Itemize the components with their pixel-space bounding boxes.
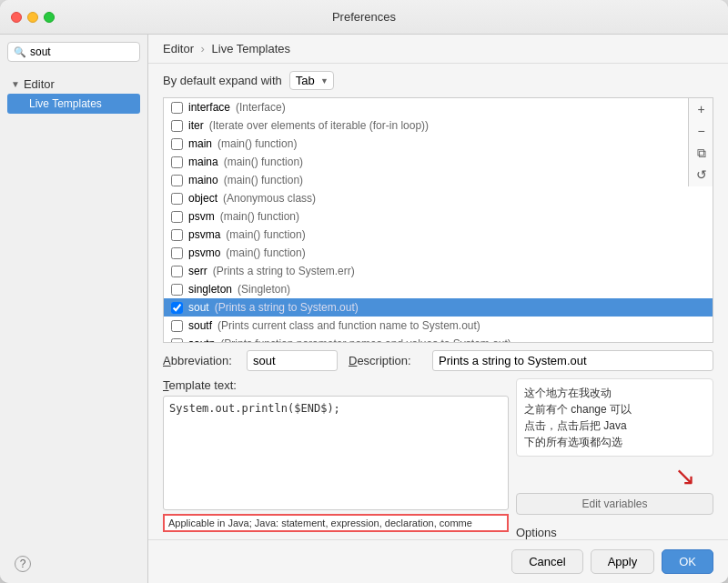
sidebar-tree: ▼ Editor Live Templates	[0, 69, 147, 583]
template-list-item[interactable]: psvm (main() function)	[164, 207, 713, 226]
template-description: (Singleton)	[238, 283, 290, 296]
template-name: soutp	[188, 337, 215, 343]
sidebar-group-header-editor[interactable]: ▼ Editor	[7, 75, 140, 94]
add-template-button[interactable]: +	[692, 99, 712, 119]
template-list-item[interactable]: maina (main() function)	[164, 153, 713, 171]
template-checkbox[interactable]	[171, 247, 183, 259]
template-checkbox[interactable]	[171, 229, 183, 241]
annotation-text: 这个地方在我改动之前有个 change 可以点击，点击后把 Java下的所有选项…	[524, 387, 632, 448]
template-list-item[interactable]: iter (Iterate over elements of iterable …	[164, 116, 713, 135]
template-name: singleton	[188, 283, 232, 296]
template-name: interface	[188, 101, 230, 114]
template-checkbox[interactable]	[171, 338, 183, 344]
template-list-item[interactable]: object (Anonymous class)	[164, 189, 713, 207]
cancel-button[interactable]: Cancel	[511, 549, 582, 574]
template-checkbox[interactable]	[171, 193, 183, 205]
template-list-item[interactable]: serr (Prints a string to System.err)	[164, 262, 713, 280]
template-list: interface (Interface)iter (Iterate over …	[164, 98, 713, 343]
ok-button[interactable]: OK	[662, 549, 713, 574]
breadcrumb-separator: ›	[201, 42, 205, 55]
options-title: Options	[516, 526, 713, 539]
template-checkbox[interactable]	[171, 266, 183, 277]
remove-template-button[interactable]: −	[692, 121, 712, 141]
template-checkbox[interactable]	[171, 175, 183, 186]
template-list-item[interactable]: sout (Prints a string to System.out)	[164, 298, 713, 317]
footer: Cancel Apply OK	[148, 539, 728, 583]
template-description: (main() function)	[224, 174, 303, 186]
template-name: main	[188, 137, 212, 150]
chevron-down-icon: ▼	[11, 79, 20, 89]
template-text-section: Template text: System.out.println($END$)…	[163, 378, 713, 532]
main-layout: 🔍 ✕ ▼ Editor Live Templates	[0, 35, 728, 583]
annotation-arrow-icon: ↘	[516, 464, 695, 489]
search-input[interactable]	[30, 45, 167, 58]
template-name: psvma	[188, 228, 220, 241]
expand-with-label: By default expand with	[163, 74, 282, 87]
template-list-item[interactable]: interface (Interface)	[164, 98, 713, 116]
template-name: psvm	[188, 210, 215, 223]
search-box[interactable]: 🔍 ✕	[7, 42, 140, 62]
edit-variables-button[interactable]: Edit variables	[516, 493, 713, 515]
breadcrumb: Editor › Live Templates	[148, 35, 728, 64]
template-name: maino	[188, 174, 218, 186]
titlebar: Preferences	[0, 0, 728, 35]
bottom-panel: Abbreviation: Description: Template text…	[148, 343, 728, 539]
template-checkbox[interactable]	[171, 156, 183, 168]
template-checkbox[interactable]	[171, 120, 183, 132]
list-toolbar: + − ⧉ ↺	[688, 97, 713, 186]
applicable-bar: Applicable in Java; Java: statement, exp…	[163, 514, 509, 532]
minimize-button[interactable]	[27, 12, 38, 23]
abbreviation-label: Abbreviation:	[163, 354, 236, 367]
top-controls: By default expand with Tab	[148, 64, 728, 97]
apply-button[interactable]: Apply	[591, 549, 655, 574]
sidebar-group-editor: ▼ Editor Live Templates	[0, 73, 147, 116]
template-list-item[interactable]: psvma (main() function)	[164, 226, 713, 244]
template-description: (Prints a string to System.out)	[215, 301, 359, 314]
reset-template-button[interactable]: ↺	[692, 165, 712, 185]
copy-template-button[interactable]: ⧉	[692, 143, 712, 163]
template-name: object	[188, 192, 217, 205]
template-description: (main() function)	[224, 156, 303, 168]
template-list-container: interface (Interface)iter (Iterate over …	[163, 97, 713, 343]
expand-with-select[interactable]: Tab	[289, 71, 334, 90]
sidebar-item-label: Live Templates	[29, 97, 102, 110]
close-button[interactable]	[11, 12, 22, 23]
template-list-item[interactable]: soutp (Prints function parameter names a…	[164, 335, 713, 343]
template-checkbox[interactable]	[171, 284, 183, 296]
template-name: sout	[188, 301, 209, 314]
sidebar-item-live-templates[interactable]: Live Templates	[7, 94, 140, 114]
maximize-button[interactable]	[44, 12, 55, 23]
template-checkbox[interactable]	[171, 138, 183, 150]
template-text-label: Template text:	[163, 378, 509, 392]
template-list-item[interactable]: soutf (Prints current class and function…	[164, 317, 713, 335]
template-description: (main() function)	[226, 246, 305, 259]
template-textarea[interactable]: System.out.println($END$);	[163, 396, 509, 510]
description-label: Description:	[349, 354, 421, 367]
annotation-bubble: 这个地方在我改动之前有个 change 可以点击，点击后把 Java下的所有选项…	[516, 378, 713, 457]
template-checkbox[interactable]	[171, 211, 183, 223]
breadcrumb-part2: Live Templates	[212, 42, 290, 55]
template-checkbox[interactable]	[171, 302, 183, 314]
template-description: (Prints current class and function name …	[217, 319, 480, 332]
description-input[interactable]	[432, 350, 713, 371]
search-icon: 🔍	[14, 46, 26, 58]
template-name: maina	[188, 156, 218, 168]
abbreviation-input[interactable]	[247, 350, 338, 371]
help-button[interactable]: ?	[15, 556, 31, 572]
template-description: (main() function)	[226, 228, 305, 241]
template-list-item[interactable]: main (main() function)	[164, 135, 713, 153]
window-title: Preferences	[332, 10, 396, 24]
sidebar: 🔍 ✕ ▼ Editor Live Templates	[0, 35, 148, 583]
template-description: (Prints function parameter names and val…	[220, 337, 511, 343]
template-list-item[interactable]: maino (main() function)	[164, 171, 713, 189]
template-list-item[interactable]: singleton (Singleton)	[164, 280, 713, 298]
template-description: (main() function)	[217, 137, 297, 150]
template-description: (Prints a string to System.err)	[213, 265, 355, 277]
template-description: (Anonymous class)	[223, 192, 316, 205]
expand-with-select-wrapper: Tab	[289, 71, 334, 90]
template-text-right: 这个地方在我改动之前有个 change 可以点击，点击后把 Java下的所有选项…	[516, 378, 713, 532]
template-checkbox[interactable]	[171, 320, 183, 332]
template-checkbox[interactable]	[171, 102, 183, 114]
template-name: psvmo	[188, 246, 220, 259]
template-list-item[interactable]: psvmo (main() function)	[164, 244, 713, 262]
